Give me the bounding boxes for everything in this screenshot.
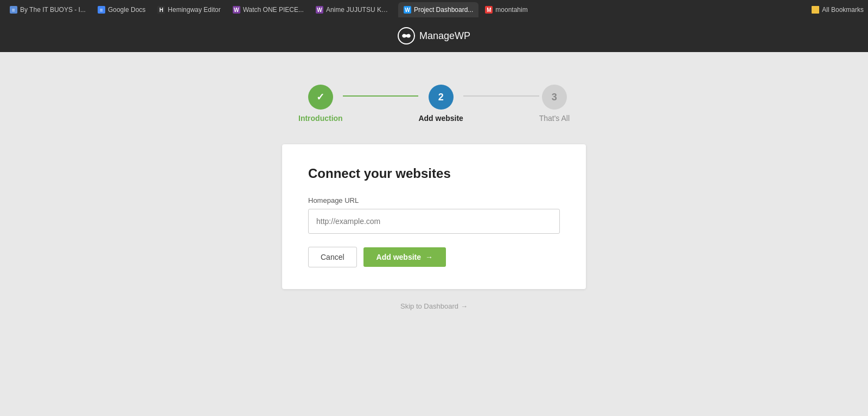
tab-label-anime: Anime JUJUTSU KAI... bbox=[326, 6, 392, 14]
step-intro: ✓Introduction bbox=[298, 85, 343, 123]
step-circle-done: 3 bbox=[542, 85, 567, 110]
browser-tab-gdocs[interactable]: ≡Google Docs bbox=[92, 2, 151, 17]
browser-tab-buoys[interactable]: ≡By The IT BUOYS - I... bbox=[4, 2, 91, 17]
managewp-logo-icon bbox=[398, 27, 415, 44]
connect-card: Connect your websites Homepage URL Cance… bbox=[282, 144, 586, 289]
step-add: 2Add website bbox=[418, 85, 463, 123]
tab-label-hemingway: Hemingway Editor bbox=[168, 6, 220, 14]
tab-icon-anime: W bbox=[316, 6, 323, 14]
step-label-done: That's All bbox=[539, 114, 570, 123]
tab-icon-project: W bbox=[404, 6, 411, 14]
step-label-add: Add website bbox=[418, 114, 463, 123]
tab-label-watch: Watch ONE PIECE... bbox=[243, 6, 304, 14]
browser-tab-watch[interactable]: WWatch ONE PIECE... bbox=[227, 2, 309, 17]
step-circle-add: 2 bbox=[429, 85, 454, 110]
browser-tab-moontahim[interactable]: Mmoontahim bbox=[480, 2, 533, 17]
skip-to-dashboard-link[interactable]: Skip to Dashboard → bbox=[400, 302, 468, 310]
app-title: ManageWP bbox=[419, 30, 470, 42]
step-line-0 bbox=[343, 95, 419, 97]
bookmark-icon bbox=[812, 6, 819, 14]
stepper: ✓Introduction2Add website3That's All bbox=[298, 85, 570, 123]
tab-label-moontahim: moontahim bbox=[495, 6, 527, 14]
homepage-url-input[interactable] bbox=[308, 209, 560, 234]
main-content: ✓Introduction2Add website3That's All Con… bbox=[0, 52, 868, 416]
skip-label: Skip to Dashboard bbox=[400, 302, 458, 310]
step-label-intro: Introduction bbox=[298, 114, 343, 123]
browser-tab-hemingway[interactable]: HHemingway Editor bbox=[152, 2, 226, 17]
step-done: 3That's All bbox=[539, 85, 570, 123]
tab-icon-gdocs: ≡ bbox=[98, 6, 105, 14]
cancel-button[interactable]: Cancel bbox=[308, 247, 357, 267]
step-circle-intro: ✓ bbox=[308, 85, 333, 110]
bookmarks-area[interactable]: All Bookmarks bbox=[812, 6, 864, 14]
browser-tab-anime[interactable]: WAnime JUJUTSU KAI... bbox=[310, 2, 397, 17]
app-header: ManageWP bbox=[0, 20, 868, 52]
tab-label-project: Project Dashboard... bbox=[414, 6, 473, 14]
tab-icon-watch: W bbox=[233, 6, 240, 14]
card-title: Connect your websites bbox=[308, 166, 560, 181]
field-label: Homepage URL bbox=[308, 196, 560, 204]
bookmarks-label: All Bookmarks bbox=[822, 6, 864, 14]
tab-label-buoys: By The IT BUOYS - I... bbox=[20, 6, 86, 14]
tab-label-gdocs: Google Docs bbox=[108, 6, 145, 14]
skip-arrow-icon: → bbox=[461, 302, 468, 310]
arrow-icon: → bbox=[425, 253, 433, 261]
button-row: Cancel Add website → bbox=[308, 247, 560, 267]
add-website-button[interactable]: Add website → bbox=[363, 247, 446, 267]
logo-area: ManageWP bbox=[398, 27, 470, 44]
tab-icon-moontahim: M bbox=[485, 6, 493, 14]
tab-icon-buoys: ≡ bbox=[10, 6, 17, 14]
step-line-1 bbox=[463, 95, 539, 97]
browser-tab-project[interactable]: WProject Dashboard... bbox=[398, 2, 478, 17]
tab-icon-hemingway: H bbox=[157, 6, 165, 14]
browser-tab-bar: ≡By The IT BUOYS - I...≡Google DocsHHemi… bbox=[0, 0, 868, 20]
